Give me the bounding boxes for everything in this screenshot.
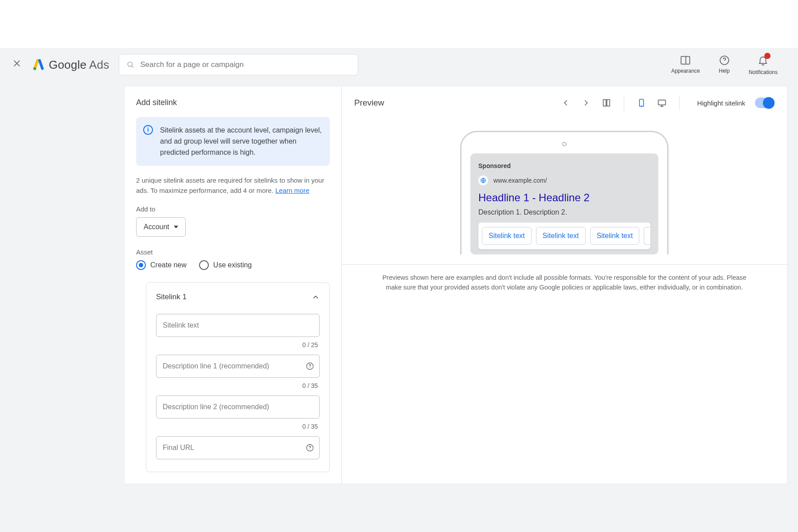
sitelink-chip[interactable]: Sitelink text	[536, 227, 586, 245]
sitelink-text-counter: 0 / 25	[156, 341, 318, 348]
radio-icon	[199, 260, 209, 270]
prev-button[interactable]	[558, 95, 573, 110]
sitelink-text-field[interactable]	[156, 314, 320, 337]
info-callout-text: Sitelink assets at the account level, ca…	[160, 126, 322, 156]
desktop-view-button[interactable]	[654, 95, 669, 110]
highlight-label: Highlight sitelink	[697, 99, 745, 107]
sitelink-chip[interactable]: Sitelink te	[644, 227, 650, 245]
info-icon: i	[143, 125, 153, 135]
svg-rect-2	[681, 56, 690, 64]
close-icon[interactable]	[11, 59, 23, 70]
help-icon	[719, 55, 730, 66]
notification-badge	[764, 53, 771, 59]
ad-description: Description 1. Description 2.	[478, 208, 650, 216]
sitelink-chip[interactable]: Sitelink text	[590, 227, 640, 245]
description2-field[interactable]	[156, 395, 320, 419]
radio-create-new[interactable]: Create new	[136, 260, 187, 270]
notifications-button[interactable]: Notifications	[749, 55, 778, 75]
caret-down-icon	[174, 226, 178, 228]
desktop-icon	[657, 98, 667, 108]
help-button[interactable]: Help	[719, 55, 730, 75]
svg-rect-7	[607, 100, 610, 106]
highlight-toggle[interactable]	[755, 98, 775, 108]
help-icon[interactable]	[305, 443, 314, 452]
header-actions: Appearance Help Notifications	[671, 55, 787, 75]
radio-existing-label: Use existing	[213, 261, 252, 269]
notifications-label: Notifications	[749, 69, 778, 75]
info-callout: i Sitelink assets at the account level, …	[136, 117, 330, 166]
search-input[interactable]	[119, 54, 358, 75]
chevron-left-icon	[561, 98, 571, 108]
next-button[interactable]	[579, 95, 594, 110]
requirements-text: 2 unique sitelink assets are required fo…	[136, 176, 330, 196]
learn-more-link[interactable]: Learn more	[275, 187, 309, 194]
sitelink-row: Sitelink text Sitelink text Sitelink tex…	[478, 223, 650, 249]
columns-icon	[602, 98, 611, 108]
radio-use-existing[interactable]: Use existing	[199, 260, 252, 270]
preview-title: Preview	[354, 98, 384, 108]
mobile-view-button[interactable]	[634, 95, 649, 110]
preview-toolbar: Preview Highlight sitelink	[342, 86, 787, 119]
sitelink-chip[interactable]: Sitelink text	[482, 227, 532, 245]
advertiser-row: www.example.com/	[478, 176, 650, 185]
form-column: Add sitelink i Sitelink assets at the ac…	[125, 86, 342, 484]
add-to-label: Add to	[136, 205, 330, 213]
help-icon[interactable]	[305, 362, 314, 371]
svg-rect-6	[603, 100, 606, 106]
asset-label: Asset	[136, 248, 330, 256]
radio-icon	[136, 260, 146, 270]
radio-create-label: Create new	[150, 261, 187, 269]
brand-text: Google Ads	[49, 58, 109, 72]
ad-headline: Headline 1 - Headline 2	[478, 192, 650, 204]
asset-radio-group: Create new Use existing	[136, 260, 330, 270]
brand: Google Ads	[33, 58, 109, 72]
preview-column: Preview Highlight sitelink Sponsored	[342, 86, 787, 484]
main-panel: Add sitelink i Sitelink assets at the ac…	[124, 86, 787, 484]
add-to-select[interactable]: Account	[136, 217, 186, 237]
description2-counter: 0 / 35	[156, 423, 318, 430]
ad-preview: Sponsored www.example.com/ Headline 1 - …	[470, 153, 658, 254]
sponsored-label: Sponsored	[478, 162, 650, 169]
final-url-field[interactable]	[156, 436, 320, 459]
globe-icon	[478, 176, 488, 185]
svg-point-0	[33, 67, 36, 70]
help-label: Help	[719, 68, 730, 74]
description1-field[interactable]	[156, 355, 320, 378]
add-to-value: Account	[144, 223, 169, 231]
description1-counter: 0 / 35	[156, 382, 318, 389]
chevron-up-icon[interactable]	[312, 293, 320, 301]
google-ads-logo-icon	[33, 59, 44, 70]
search-icon	[126, 60, 135, 69]
mobile-icon	[637, 98, 646, 108]
chevron-right-icon	[581, 98, 591, 108]
svg-rect-9	[658, 100, 665, 105]
appearance-button[interactable]: Appearance	[671, 55, 700, 75]
appearance-icon	[680, 55, 691, 66]
page-title: Add sitelink	[136, 98, 330, 107]
device-speaker-icon	[562, 142, 567, 146]
topbar: Google Ads Appearance Help Notifications	[0, 48, 798, 86]
compare-button[interactable]	[599, 95, 614, 110]
preview-stage: Sponsored www.example.com/ Headline 1 - …	[342, 119, 787, 484]
appearance-label: Appearance	[671, 68, 700, 74]
device-frame: Sponsored www.example.com/ Headline 1 - …	[460, 131, 669, 254]
preview-disclaimer: Previews shown here are examples and don…	[342, 264, 787, 301]
ad-domain: www.example.com/	[493, 177, 547, 184]
sitelink-card: Sitelink 1 0 / 25 0 / 35 0 / 35	[146, 282, 330, 472]
sitelink-card-title: Sitelink 1	[156, 293, 187, 301]
